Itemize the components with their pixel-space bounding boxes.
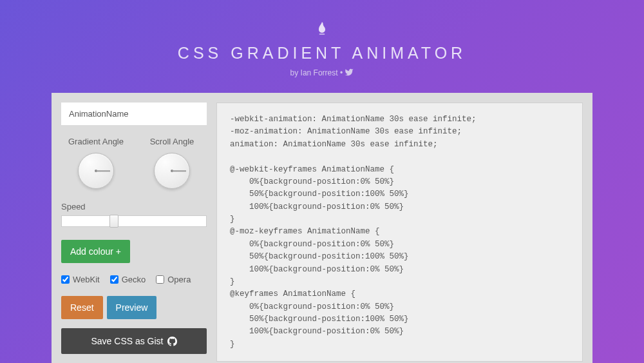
dials-row: Gradient Angle Scroll Angle: [61, 137, 207, 189]
byline-prefix: by: [290, 68, 301, 77]
gecko-check[interactable]: Gecko: [110, 275, 146, 284]
speed-slider[interactable]: [61, 215, 207, 227]
webkit-checkbox[interactable]: [61, 275, 70, 284]
page-title: CSS GRADIENT ANIMATOR: [0, 44, 644, 63]
speed-label: Speed: [61, 202, 207, 211]
scroll-angle-dial[interactable]: [154, 153, 190, 189]
webkit-label: WebKit: [73, 275, 100, 284]
animation-name-input[interactable]: [61, 103, 207, 125]
opera-checkbox[interactable]: [156, 275, 164, 284]
reset-button[interactable]: Reset: [61, 296, 103, 319]
gradient-angle-label: Gradient Angle: [61, 137, 131, 146]
github-icon: [167, 337, 177, 346]
action-buttons-row: Reset Preview: [61, 296, 207, 319]
byline: by Ian Forrest •: [0, 68, 644, 79]
page-header: CSS GRADIENT ANIMATOR by Ian Forrest •: [0, 0, 644, 93]
svg-rect-0: [319, 34, 325, 34]
byline-separator: •: [338, 68, 345, 77]
main-panel: Gradient Angle Scroll Angle Speed Add co…: [52, 93, 592, 363]
css-code-output[interactable]: -webkit-animation: AnimationName 30s eas…: [216, 103, 583, 362]
twitter-icon[interactable]: [345, 68, 354, 79]
gradient-angle-dial[interactable]: [78, 153, 114, 189]
preview-button[interactable]: Preview: [107, 296, 157, 319]
gradient-angle-group: Gradient Angle: [61, 137, 131, 189]
vendor-checkboxes: WebKit Gecko Opera: [61, 275, 207, 284]
gecko-checkbox[interactable]: [110, 275, 118, 284]
save-gist-button[interactable]: Save CSS as Gist: [61, 328, 207, 354]
opera-label: Opera: [167, 275, 191, 284]
controls-column: Gradient Angle Scroll Angle Speed Add co…: [61, 103, 207, 362]
save-gist-label: Save CSS as Gist: [91, 336, 163, 346]
speed-slider-thumb[interactable]: [109, 215, 118, 228]
scroll-angle-label: Scroll Angle: [137, 137, 207, 146]
opera-check[interactable]: Opera: [156, 275, 191, 284]
add-colour-button[interactable]: Add colour +: [61, 240, 130, 263]
scroll-angle-group: Scroll Angle: [137, 137, 207, 189]
flame-icon: [316, 21, 328, 36]
webkit-check[interactable]: WebKit: [61, 275, 100, 284]
author-link[interactable]: Ian Forrest: [301, 68, 338, 77]
gecko-label: Gecko: [122, 275, 146, 284]
